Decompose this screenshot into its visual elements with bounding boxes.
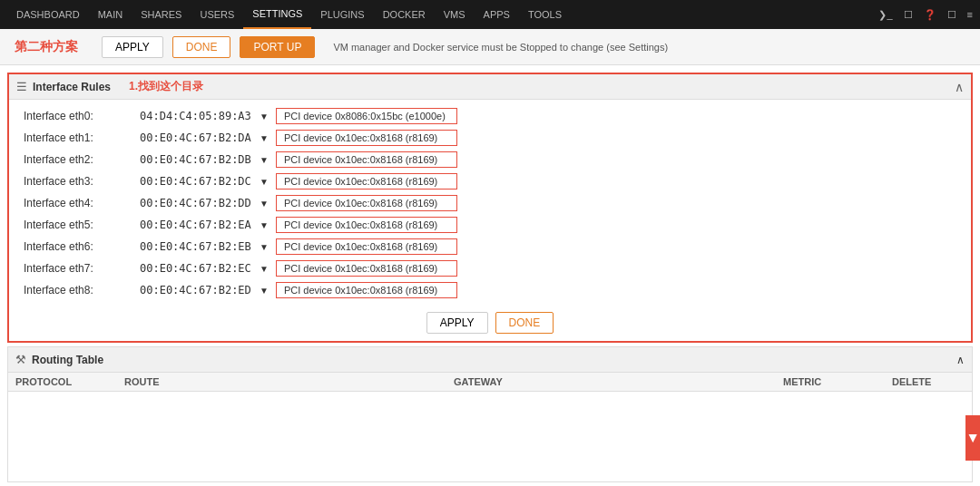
nav-apps[interactable]: APPS xyxy=(475,0,519,29)
dropdown-arrow-eth5[interactable]: ▼ xyxy=(260,220,269,230)
collapse-icon[interactable]: ∧ xyxy=(955,80,964,94)
col-metric: METRIC xyxy=(783,376,892,387)
mac-value-eth5: 00:E0:4C:67:B2:EA xyxy=(140,219,258,231)
nav-shares[interactable]: SHARES xyxy=(132,0,191,29)
top-nav: DASHBOARD MAIN SHARES USERS SETTINGS PLU… xyxy=(0,0,980,29)
mac-select-eth7[interactable]: 00:E0:4C:67:B2:EC ▼ xyxy=(140,262,269,275)
pci-device-eth5: PCI device 0x10ec:0x8168 (r8169) xyxy=(276,217,457,233)
mac-select-eth0[interactable]: 04:D4:C4:05:89:A3 ▼ xyxy=(140,110,269,122)
help-icon[interactable]: ❓ xyxy=(924,9,936,21)
pci-device-eth3: PCI device 0x10ec:0x8168 (r8169) xyxy=(276,173,457,190)
table-row: Interface eth1: 00:E0:4C:67:B2:DA ▼ PCI … xyxy=(24,127,956,149)
mac-value-eth2: 00:E0:4C:67:B2:DB xyxy=(140,153,258,166)
col-gateway: GATEWAY xyxy=(454,376,783,387)
col-delete: DELETE xyxy=(892,376,965,387)
menu-icon[interactable]: ≡ xyxy=(967,9,973,20)
apply-button-top[interactable]: APPLY xyxy=(102,36,163,58)
dropdown-arrow-eth0[interactable]: ▼ xyxy=(260,112,269,122)
interface-rules-header: ☰ Interface Rules 1.找到这个目录 ∧ xyxy=(9,74,971,100)
nav-main[interactable]: MAIN xyxy=(89,0,132,29)
monitor-icon[interactable]: ☐ xyxy=(904,9,913,21)
table-row: Interface eth0: 04:D4:C4:05:89:A3 ▼ PCI … xyxy=(24,105,956,127)
red-arrow-icon: ▶ xyxy=(965,415,980,461)
pci-device-eth6: PCI device 0x10ec:0x8168 (r8169) xyxy=(276,238,457,255)
table-row: Interface eth5: 00:E0:4C:67:B2:EA ▼ PCI … xyxy=(24,214,956,236)
dropdown-arrow-eth4[interactable]: ▼ xyxy=(260,199,269,209)
nav-tools[interactable]: TOOLS xyxy=(519,0,571,29)
nav-settings[interactable]: SETTINGS xyxy=(243,0,311,29)
routing-table-section: ⚒ Routing Table ∧ PROTOCOL ROUTE GATEWAY… xyxy=(7,346,973,482)
sub-header: 第二种方案 APPLY DONE PORT UP VM manager and … xyxy=(0,29,980,65)
table-row: Interface eth7: 00:E0:4C:67:B2:EC ▼ PCI … xyxy=(24,258,956,279)
pci-device-eth4: PCI device 0x10ec:0x8168 (r8169) xyxy=(276,195,457,211)
mac-value-eth7: 00:E0:4C:67:B2:EC xyxy=(140,262,258,275)
notice-text: VM manager and Docker service must be St… xyxy=(333,42,668,53)
interface-label-eth3: Interface eth3: xyxy=(24,175,132,188)
interface-label-eth7: Interface eth7: xyxy=(24,262,132,275)
routing-collapse-icon[interactable]: ∧ xyxy=(956,354,965,366)
mac-select-eth6[interactable]: 00:E0:4C:67:B2:EB ▼ xyxy=(140,240,269,253)
annotation-1: 1.找到这个目录 xyxy=(129,79,203,94)
dropdown-arrow-eth6[interactable]: ▼ xyxy=(260,242,269,252)
done-button-top[interactable]: DONE xyxy=(172,36,231,58)
interface-label-eth8: Interface eth8: xyxy=(24,284,132,296)
done-button-bottom[interactable]: DONE xyxy=(495,312,554,334)
table-row: Interface eth2: 00:E0:4C:67:B2:DB ▼ PCI … xyxy=(24,149,956,170)
nav-docker[interactable]: DOCKER xyxy=(374,0,435,29)
interface-label-eth5: Interface eth5: xyxy=(24,219,132,231)
table-row: Interface eth8: 00:E0:4C:67:B2:ED ▼ PCI … xyxy=(24,279,956,301)
nav-users[interactable]: USERS xyxy=(191,0,243,29)
dropdown-arrow-eth3[interactable]: ▼ xyxy=(260,177,269,187)
section-buttons: APPLY DONE xyxy=(9,306,971,341)
interface-rows-container: Interface eth0: 04:D4:C4:05:89:A3 ▼ PCI … xyxy=(9,100,971,306)
nav-plugins[interactable]: PLUGINS xyxy=(311,0,373,29)
dropdown-arrow-eth7[interactable]: ▼ xyxy=(260,264,269,274)
mac-value-eth1: 00:E0:4C:67:B2:DA xyxy=(140,131,258,144)
nav-vms[interactable]: VMS xyxy=(435,0,475,29)
table-row: Interface eth4: 00:E0:4C:67:B2:DD ▼ PCI … xyxy=(24,192,956,214)
mac-value-eth3: 00:E0:4C:67:B2:DC xyxy=(140,175,258,188)
pci-device-eth7: PCI device 0x10ec:0x8168 (r8169) xyxy=(276,260,457,277)
mac-value-eth6: 00:E0:4C:67:B2:EB xyxy=(140,240,258,253)
dropdown-arrow-eth2[interactable]: ▼ xyxy=(260,155,269,165)
table-row: Interface eth6: 00:E0:4C:67:B2:EB ▼ PCI … xyxy=(24,236,956,258)
mac-value-eth0: 04:D4:C4:05:89:A3 xyxy=(140,110,258,122)
mac-select-eth8[interactable]: 00:E0:4C:67:B2:ED ▼ xyxy=(140,284,269,296)
terminal-icon[interactable]: ❯_ xyxy=(878,9,892,21)
dropdown-arrow-eth1[interactable]: ▼ xyxy=(260,133,269,143)
port-up-button[interactable]: PORT UP xyxy=(240,36,315,58)
top-nav-icons: ❯_ ☐ ❓ ☐ ≡ xyxy=(878,9,973,21)
interface-label-eth0: Interface eth0: xyxy=(24,110,132,122)
pci-device-eth2: PCI device 0x10ec:0x8168 (r8169) xyxy=(276,151,457,168)
nav-dashboard[interactable]: DASHBOARD xyxy=(7,0,89,29)
interface-label-eth1: Interface eth1: xyxy=(24,131,132,144)
mac-value-eth4: 00:E0:4C:67:B2:DD xyxy=(140,197,258,209)
dropdown-arrow-eth8[interactable]: ▼ xyxy=(260,286,269,296)
mac-select-eth4[interactable]: 00:E0:4C:67:B2:DD ▼ xyxy=(140,197,269,209)
mac-select-eth2[interactable]: 00:E0:4C:67:B2:DB ▼ xyxy=(140,153,269,166)
mac-select-eth1[interactable]: 00:E0:4C:67:B2:DA ▼ xyxy=(140,131,269,144)
pci-device-eth8: PCI device 0x10ec:0x8168 (r8169) xyxy=(276,282,457,298)
routing-table-header: ⚒ Routing Table ∧ xyxy=(8,347,972,373)
rules-icon: ☰ xyxy=(16,80,27,93)
main-content: ☰ Interface Rules 1.找到这个目录 ∧ Interface e… xyxy=(0,65,980,486)
routing-columns: PROTOCOL ROUTE GATEWAY METRIC DELETE xyxy=(8,373,972,392)
page-title-cn: 第二种方案 xyxy=(15,39,78,55)
table-row: Interface eth3: 00:E0:4C:67:B2:DC ▼ PCI … xyxy=(24,170,956,192)
mac-value-eth8: 00:E0:4C:67:B2:ED xyxy=(140,284,258,296)
interface-rules-title: Interface Rules xyxy=(33,81,111,93)
routing-icon: ⚒ xyxy=(15,353,26,366)
col-protocol: PROTOCOL xyxy=(15,376,124,387)
pci-device-eth0: PCI device 0x8086:0x15bc (e1000e) xyxy=(276,108,457,124)
col-route: ROUTE xyxy=(124,376,454,387)
interface-label-eth2: Interface eth2: xyxy=(24,153,132,166)
apply-button-bottom[interactable]: APPLY xyxy=(426,312,488,334)
desktop-icon[interactable]: ☐ xyxy=(947,9,956,21)
interface-label-eth6: Interface eth6: xyxy=(24,240,132,253)
pci-device-eth1: PCI device 0x10ec:0x8168 (r8169) xyxy=(276,130,457,146)
routing-table-title: Routing Table xyxy=(32,354,103,366)
interface-rules-section: ☰ Interface Rules 1.找到这个目录 ∧ Interface e… xyxy=(7,73,973,343)
interface-label-eth4: Interface eth4: xyxy=(24,197,132,209)
mac-select-eth5[interactable]: 00:E0:4C:67:B2:EA ▼ xyxy=(140,219,269,231)
mac-select-eth3[interactable]: 00:E0:4C:67:B2:DC ▼ xyxy=(140,175,269,188)
